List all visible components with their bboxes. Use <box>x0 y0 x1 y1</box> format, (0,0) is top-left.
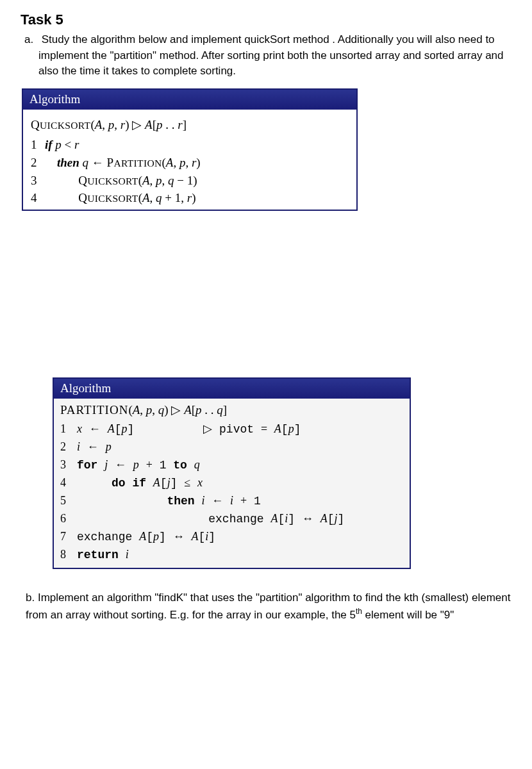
line-number: 5 <box>60 492 77 509</box>
code-line: 7 exchange A[p] ↔ A[i] <box>60 528 403 546</box>
line-number: 7 <box>60 528 77 545</box>
line-number: 1 <box>60 420 77 438</box>
part-b: b. Implement an algorithm "findK" that u… <box>26 590 524 623</box>
quicksort-signature: QUICKSORT(A, p, r) ▷ A[p . . r] <box>31 116 349 134</box>
part-a-text: Study the algorithm below and implement … <box>38 33 504 77</box>
line-number: 4 <box>60 474 77 492</box>
code-line: 4 do if A[j] ≤ x <box>60 474 403 492</box>
algorithm-header: Algorithm <box>23 90 356 110</box>
line-number: 3 <box>60 456 77 474</box>
line-number: 3 <box>31 172 45 190</box>
line-number: 1 <box>31 136 45 154</box>
code-line: 8 return i <box>60 546 403 564</box>
code-line: 5 then i ← i + 1 <box>60 492 403 510</box>
code-line: 4 QUICKSORT(A, q + 1, r) <box>31 189 349 207</box>
code-line: 3 for j ← p + 1 to q <box>60 456 403 474</box>
line-number: 8 <box>60 546 77 563</box>
code-line: 2 i ← p <box>60 438 403 456</box>
algorithm-header: Algorithm <box>54 379 410 399</box>
part-b-sup: th <box>356 607 362 616</box>
partition-signature: PARTITION(A, p, q) ▷ A[p . . q] <box>60 401 403 420</box>
task-title: Task 5 <box>21 12 524 28</box>
part-b-text-post: element will be "9" <box>362 608 454 620</box>
line-number: 6 <box>60 510 77 527</box>
code-line: 2 then q ← PARTITION(A, p, r) <box>31 154 349 172</box>
line-number: 4 <box>31 189 45 207</box>
code-line: 3 QUICKSORT(A, p, q − 1) <box>31 172 349 190</box>
code-line: 6 exchange A[i] ↔ A[j] <box>60 510 403 528</box>
part-a-marker: a. <box>24 32 38 48</box>
line-number: 2 <box>60 438 77 456</box>
code-line: 1 if p < r <box>31 136 349 154</box>
part-b-marker: b. <box>26 591 35 604</box>
code-line: 1 x ← A[p] ▷ pivot = A[p] <box>60 420 403 438</box>
line-number: 2 <box>31 154 45 172</box>
algorithm-box-partition: Algorithm PARTITION(A, p, q) ▷ A[p . . q… <box>53 377 411 570</box>
part-a: a. Study the algorithm below and impleme… <box>21 32 524 79</box>
algorithm-box-quicksort: Algorithm QUICKSORT(A, p, r) ▷ A[p . . r… <box>22 88 358 211</box>
